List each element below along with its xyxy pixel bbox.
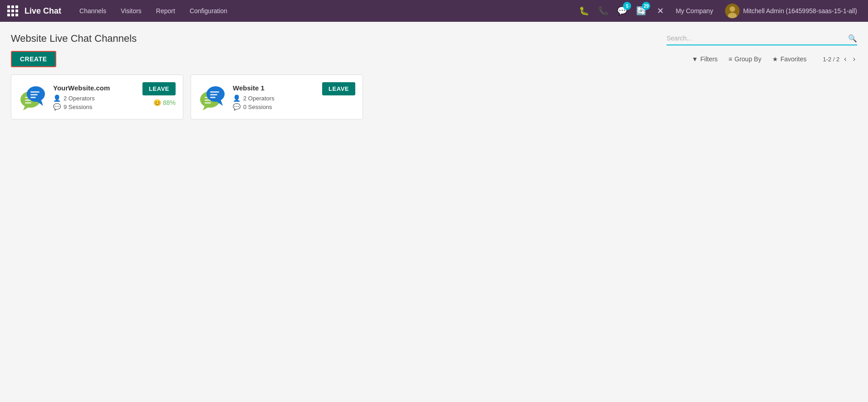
main-menu: Channels Visitors Report Configuration <box>72 0 577 22</box>
search-bar: 🔍 <box>667 33 857 45</box>
toolbar-right: ▼ Filters ≡ Group By ★ Favorites 1-2 / 2… <box>687 53 857 65</box>
svg-rect-20 <box>210 91 219 93</box>
leave-button[interactable]: LEAVE <box>142 82 176 95</box>
leave-button[interactable]: LEAVE <box>322 82 355 95</box>
svg-rect-7 <box>25 102 31 104</box>
svg-rect-21 <box>210 94 217 95</box>
top-navigation: Live Chat Channels Visitors Report Confi… <box>0 0 868 22</box>
page-title: Website Live Chat Channels <box>11 33 137 45</box>
svg-rect-12 <box>30 97 36 98</box>
svg-rect-22 <box>210 97 216 98</box>
favorites-button[interactable]: ★ Favorites <box>767 53 812 65</box>
user-menu[interactable]: Mitchell Admin (16459958-saas-15-1-all) <box>721 4 861 18</box>
activity-badge: 29 <box>642 2 650 10</box>
debug-icon[interactable]: 🐛 <box>577 4 591 18</box>
channel-name: Website 1 <box>233 84 317 92</box>
channel-operators: 👤 2 Operators <box>233 94 317 102</box>
search-icon[interactable]: 🔍 <box>848 34 857 43</box>
menu-item-report[interactable]: Report <box>149 0 182 22</box>
chat-icon[interactable]: 💬 5 <box>615 4 629 18</box>
smile-icon: 😊 <box>153 99 161 106</box>
channel-actions: LEAVE 😊 88% <box>142 82 176 106</box>
channel-operators: 👤 2 Operators <box>53 94 137 102</box>
channel-sessions: 💬 9 Sessions <box>53 103 137 110</box>
topnav-right: 🐛 📞 💬 5 🔄 29 ✕ My Company <box>577 4 861 18</box>
channel-name: YourWebsite.com <box>53 84 137 92</box>
toolbar-left: CREATE <box>11 51 56 67</box>
activity-icon[interactable]: 🔄 29 <box>634 4 648 18</box>
search-input[interactable] <box>667 33 848 44</box>
toolbar: CREATE ▼ Filters ≡ Group By ★ Favorites … <box>11 51 857 67</box>
phone-icon[interactable]: 📞 <box>596 4 610 18</box>
chat-bubble-icon: 💬 <box>233 103 240 110</box>
pagination-info: 1-2 / 2 <box>823 56 839 63</box>
channel-sessions: 💬 0 Sessions <box>233 103 317 110</box>
svg-point-1 <box>730 6 735 12</box>
channel-icon <box>19 82 48 111</box>
page-content: Website Live Chat Channels 🔍 CREATE ▼ Fi… <box>0 22 868 119</box>
star-icon: ★ <box>772 55 778 63</box>
pagination-prev[interactable]: ‹ <box>842 54 848 64</box>
channel-info: Website 1 👤 2 Operators 💬 0 Sessions <box>233 82 317 112</box>
satisfaction-rate: 😊 88% <box>153 99 176 106</box>
pagination-next[interactable]: › <box>851 54 857 64</box>
user-avatar <box>725 4 740 18</box>
group-by-button[interactable]: ≡ Group By <box>723 53 767 65</box>
user-name: Mitchell Admin (16459958-saas-15-1-all) <box>743 7 857 15</box>
pagination: 1-2 / 2 ‹ › <box>823 54 857 64</box>
app-grid-icon[interactable] <box>7 5 18 16</box>
create-button[interactable]: CREATE <box>11 51 56 67</box>
svg-rect-11 <box>30 94 38 95</box>
channel-card[interactable]: Website 1 👤 2 Operators 💬 0 Sessions LEA… <box>191 74 363 119</box>
filters-button[interactable]: ▼ Filters <box>687 53 723 65</box>
person-icon: 👤 <box>53 94 61 102</box>
menu-item-visitors[interactable]: Visitors <box>113 0 149 22</box>
person-icon: 👤 <box>233 94 240 102</box>
menu-item-channels[interactable]: Channels <box>72 0 113 22</box>
menu-item-configuration[interactable]: Configuration <box>182 0 235 22</box>
app-name: Live Chat <box>25 6 61 16</box>
settings-icon[interactable]: ✕ <box>653 4 667 18</box>
svg-rect-17 <box>205 102 211 104</box>
channel-info: YourWebsite.com 👤 2 Operators 💬 9 Sessio… <box>53 82 137 112</box>
svg-rect-10 <box>30 91 39 93</box>
filter-icon: ▼ <box>692 55 698 63</box>
page-header: Website Live Chat Channels 🔍 <box>11 33 857 45</box>
channels-list: YourWebsite.com 👤 2 Operators 💬 9 Sessio… <box>11 74 857 119</box>
channel-card[interactable]: YourWebsite.com 👤 2 Operators 💬 9 Sessio… <box>11 74 183 119</box>
chat-badge: 5 <box>623 2 631 10</box>
chat-bubble-icon: 💬 <box>53 103 61 110</box>
company-selector[interactable]: My Company <box>672 7 716 15</box>
groupby-icon: ≡ <box>729 55 732 63</box>
channel-actions: LEAVE <box>322 82 355 95</box>
channel-icon <box>198 82 227 111</box>
